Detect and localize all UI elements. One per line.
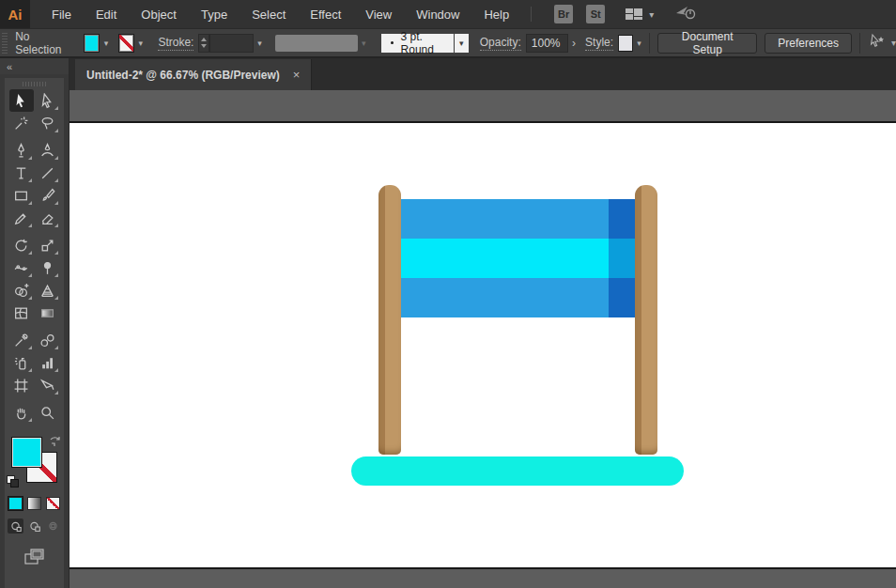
width-tool[interactable] [9, 256, 34, 279]
column-graph-tool-icon [39, 355, 55, 371]
rectangle-tool[interactable] [9, 184, 34, 207]
stroke-weight-chevron-icon[interactable]: ▾ [254, 34, 266, 53]
type-tool[interactable] [9, 162, 34, 184]
tools-column: « [0, 58, 70, 588]
brush-chevron-icon[interactable]: ▾ [455, 34, 469, 53]
screen-mode-button[interactable] [23, 547, 47, 571]
menu-view[interactable]: View [353, 0, 404, 28]
hand-tool[interactable] [9, 401, 34, 424]
symbol-sprayer-tool[interactable] [9, 351, 34, 374]
artboard[interactable] [70, 121, 896, 569]
control-bar-grip[interactable] [2, 33, 8, 54]
banner-stripe-top[interactable] [400, 199, 635, 239]
eyedropper-tool[interactable] [9, 329, 34, 351]
stroke-chevron-icon[interactable]: ▾ [134, 34, 147, 53]
artwork-base[interactable] [351, 456, 684, 486]
banner-stripe-bottom[interactable] [400, 278, 635, 317]
draw-normal-button[interactable] [8, 518, 23, 534]
document-setup-button[interactable]: Document Setup [657, 33, 757, 54]
fill-stroke-block [5, 435, 64, 489]
eraser-tool[interactable] [36, 207, 60, 229]
opacity-field[interactable]: 100% [526, 34, 568, 53]
brush-preset-dropdown[interactable]: 3 pt. Round [381, 34, 454, 53]
screen-mode-icon [23, 547, 47, 567]
style-label[interactable]: Style: [585, 36, 613, 51]
curvature-tool[interactable] [36, 139, 60, 162]
column-graph-tool[interactable] [36, 351, 60, 374]
shaper-tool[interactable] [9, 207, 34, 229]
perspective-grid-tool[interactable] [36, 279, 60, 302]
select-similar-icon[interactable] [868, 33, 887, 53]
rotate-tool-icon [13, 238, 29, 254]
menu-object[interactable]: Object [129, 0, 189, 28]
toolbar-collapse-button[interactable]: « [0, 58, 69, 74]
artwork-banner[interactable] [400, 199, 635, 317]
menu-window[interactable]: Window [404, 0, 471, 28]
line-segment-tool[interactable] [36, 162, 60, 184]
gradient-tool[interactable] [36, 302, 60, 324]
tab-close-icon[interactable]: × [293, 69, 301, 81]
mesh-tool[interactable] [9, 302, 34, 324]
banner-stripe-middle[interactable] [400, 239, 635, 278]
style-swatch[interactable] [618, 35, 633, 52]
preferences-button[interactable]: Preferences [765, 33, 852, 54]
gradient-button[interactable] [27, 497, 41, 510]
perspective-grid-tool-icon [39, 283, 55, 299]
slice-tool[interactable] [36, 374, 60, 396]
menu-effect[interactable]: Effect [298, 0, 353, 28]
style-chevron-icon[interactable]: ▾ [633, 34, 645, 53]
default-fill-stroke-icon[interactable] [7, 475, 20, 487]
app-logo: Ai [0, 0, 30, 28]
stroke-color-swatch[interactable] [118, 34, 135, 53]
menu-select[interactable]: Select [239, 0, 298, 28]
none-button[interactable] [46, 497, 60, 510]
type-tool-icon [13, 165, 29, 181]
sync-share-icon[interactable] [674, 4, 699, 24]
opacity-panel-arrow-icon[interactable]: › [568, 37, 579, 50]
fill-swatch[interactable] [11, 437, 42, 468]
viewport[interactable] [70, 90, 896, 588]
opacity-label[interactable]: Opacity: [480, 36, 521, 51]
select-similar-chevron-icon[interactable]: ▾ [891, 38, 896, 48]
scale-tool-icon [39, 238, 55, 254]
banner-edge-top [609, 199, 635, 239]
artwork-post-left[interactable] [378, 185, 401, 455]
menu-type[interactable]: Type [189, 0, 239, 28]
selection-tool[interactable] [9, 89, 34, 112]
stroke-weight-stepper[interactable] [198, 34, 209, 53]
lasso-tool[interactable] [36, 112, 60, 134]
bridge-button[interactable]: Br [554, 5, 573, 23]
draw-behind-button[interactable] [26, 518, 42, 534]
zoom-tool[interactable] [36, 401, 60, 424]
paintbrush-tool[interactable] [36, 184, 60, 207]
slice-tool-icon [39, 378, 55, 394]
swap-fill-stroke-icon[interactable] [49, 435, 62, 448]
rotate-tool[interactable] [9, 234, 34, 256]
puppet-warp-tool[interactable] [36, 256, 60, 279]
fill-chevron-icon[interactable]: ▾ [100, 34, 112, 53]
width-profile-dropdown[interactable] [275, 35, 358, 52]
selection-tool-icon [13, 93, 29, 109]
menu-edit[interactable]: Edit [84, 0, 129, 28]
draw-normal-icon [9, 520, 22, 532]
pen-tool[interactable] [9, 139, 34, 162]
menu-help[interactable]: Help [471, 0, 521, 28]
blend-tool[interactable] [36, 329, 60, 351]
draw-behind-icon [28, 520, 40, 532]
menu-file[interactable]: File [39, 0, 84, 28]
color-button[interactable] [8, 497, 23, 510]
fill-color-swatch[interactable] [84, 34, 100, 53]
magic-wand-tool[interactable] [9, 112, 34, 134]
toolbar-grip[interactable] [23, 82, 47, 86]
artboard-tool[interactable] [9, 374, 34, 396]
stroke-label[interactable]: Stroke: [158, 36, 193, 51]
direct-selection-tool[interactable] [36, 89, 60, 112]
shape-builder-tool[interactable] [9, 279, 34, 302]
artwork-post-right[interactable] [635, 185, 657, 455]
scale-tool[interactable] [36, 234, 60, 256]
document-tab[interactable]: Untitled-2* @ 66.67% (RGB/Preview) × [75, 59, 312, 90]
stroke-weight-field[interactable] [209, 34, 254, 53]
stock-button[interactable]: St [586, 5, 605, 23]
workspace-switcher-icon[interactable] [624, 7, 644, 22]
workspace-chevron-icon[interactable]: ▾ [649, 9, 654, 20]
